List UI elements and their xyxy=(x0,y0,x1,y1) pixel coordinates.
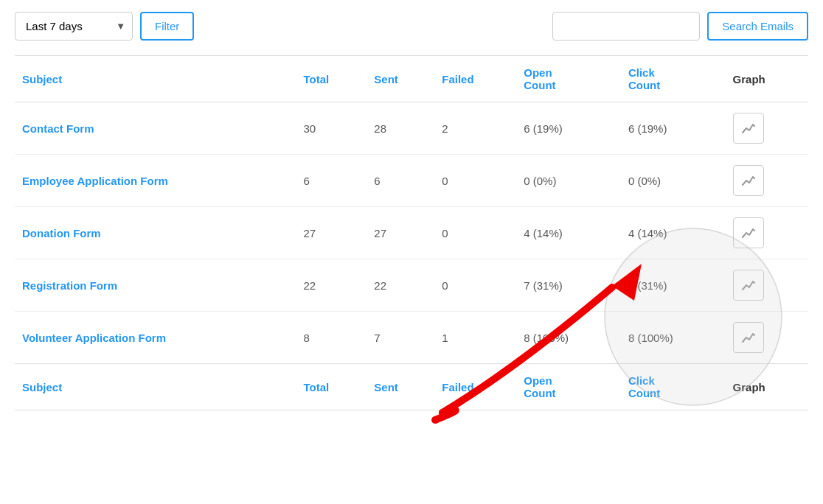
col-header-click-count: ClickCount xyxy=(621,56,726,102)
cell-total: 30 xyxy=(296,102,367,155)
graph-button[interactable] xyxy=(733,165,764,196)
cell-sent: 27 xyxy=(367,207,434,259)
cell-click-count: 8 (100%) xyxy=(621,312,726,364)
cell-failed: 0 xyxy=(434,259,516,312)
table-header-row: Subject Total Sent Failed OpenCount Clic… xyxy=(15,56,808,102)
cell-click-count: 7 (31%) xyxy=(621,259,726,312)
table-row: Volunteer Application Form 8 7 1 8 (100%… xyxy=(15,312,808,364)
cell-total: 27 xyxy=(296,207,367,259)
filter-button[interactable]: Filter xyxy=(140,12,194,41)
date-range-wrapper: Last 7 days Last 30 days Last 90 days Al… xyxy=(15,12,133,41)
col-header-graph: Graph xyxy=(726,56,808,102)
cell-subject: Registration Form xyxy=(15,259,296,312)
col-footer-total: Total xyxy=(296,364,367,410)
cell-sent: 22 xyxy=(367,259,434,312)
graph-button[interactable] xyxy=(733,322,764,353)
cell-failed: 0 xyxy=(434,155,516,207)
subject-link[interactable]: Volunteer Application Form xyxy=(22,332,166,344)
col-footer-sent: Sent xyxy=(367,364,434,410)
cell-sent: 6 xyxy=(367,155,434,207)
col-header-open-count: OpenCount xyxy=(516,56,621,102)
cell-graph xyxy=(726,207,808,259)
cell-open-count: 4 (14%) xyxy=(516,207,621,259)
search-emails-button[interactable]: Search Emails xyxy=(707,12,808,41)
cell-graph xyxy=(726,312,808,364)
col-footer-open-count: OpenCount xyxy=(516,364,621,410)
search-input[interactable] xyxy=(552,12,700,41)
email-stats-table: Subject Total Sent Failed OpenCount Clic… xyxy=(15,55,808,410)
cell-failed: 1 xyxy=(434,312,516,364)
col-header-failed: Failed xyxy=(434,56,516,102)
cell-subject: Donation Form xyxy=(15,207,296,259)
cell-total: 8 xyxy=(296,312,367,364)
toolbar: Last 7 days Last 30 days Last 90 days Al… xyxy=(15,12,808,41)
cell-click-count: 6 (19%) xyxy=(621,102,726,155)
cell-failed: 2 xyxy=(434,102,516,155)
cell-failed: 0 xyxy=(434,207,516,259)
subject-link[interactable]: Donation Form xyxy=(22,227,101,239)
table-row: Contact Form 30 28 2 6 (19%) 6 (19%) xyxy=(15,102,808,155)
date-range-select[interactable]: Last 7 days Last 30 days Last 90 days Al… xyxy=(15,12,133,41)
graph-button[interactable] xyxy=(733,270,764,301)
subject-link[interactable]: Employee Application Form xyxy=(22,175,168,187)
cell-sent: 7 xyxy=(367,312,434,364)
cell-open-count: 0 (0%) xyxy=(516,155,621,207)
table-footer-row: Subject Total Sent Failed OpenCount Clic… xyxy=(15,364,808,410)
col-footer-click-count: ClickCount xyxy=(621,364,726,410)
table-row: Registration Form 22 22 0 7 (31%) 7 (31%… xyxy=(15,259,808,312)
col-footer-graph: Graph xyxy=(726,364,808,410)
subject-link[interactable]: Contact Form xyxy=(22,122,94,135)
cell-open-count: 8 (100%) xyxy=(516,312,621,364)
graph-button[interactable] xyxy=(733,113,764,144)
col-footer-failed: Failed xyxy=(434,364,516,410)
cell-subject: Contact Form xyxy=(15,102,296,155)
cell-graph xyxy=(726,259,808,312)
graph-button[interactable] xyxy=(733,217,764,248)
cell-graph xyxy=(726,155,808,207)
col-header-total: Total xyxy=(296,56,367,102)
col-footer-subject: Subject xyxy=(15,364,296,410)
table-row: Employee Application Form 6 6 0 0 (0%) 0… xyxy=(15,155,808,207)
cell-open-count: 7 (31%) xyxy=(516,259,621,312)
table-row: Donation Form 27 27 0 4 (14%) 4 (14%) xyxy=(15,207,808,259)
cell-subject: Volunteer Application Form xyxy=(15,312,296,364)
cell-click-count: 0 (0%) xyxy=(621,155,726,207)
cell-open-count: 6 (19%) xyxy=(516,102,621,155)
table-body: Contact Form 30 28 2 6 (19%) 6 (19%) Emp… xyxy=(15,102,808,364)
cell-sent: 28 xyxy=(367,102,434,155)
subject-link[interactable]: Registration Form xyxy=(22,279,117,292)
cell-graph xyxy=(726,102,808,155)
cell-subject: Employee Application Form xyxy=(15,155,296,207)
col-header-sent: Sent xyxy=(367,56,434,102)
col-header-subject: Subject xyxy=(15,56,296,102)
cell-total: 22 xyxy=(296,259,367,312)
cell-click-count: 4 (14%) xyxy=(621,207,726,259)
cell-total: 6 xyxy=(296,155,367,207)
